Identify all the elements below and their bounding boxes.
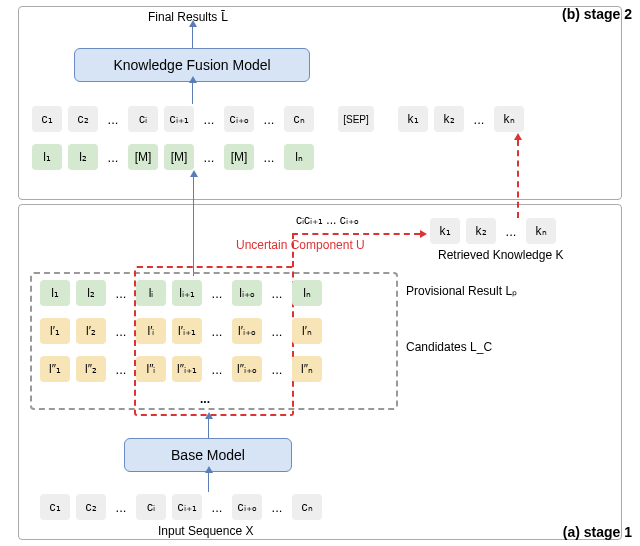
- ellipsis: ...: [200, 112, 218, 127]
- k-token: kₙ: [494, 106, 524, 132]
- red-connector: [292, 233, 294, 267]
- ellipsis: ...: [208, 286, 226, 301]
- arrow-fusion-out: [192, 26, 193, 48]
- provisional-row: l₁ l₂ ... lᵢ lᵢ₊₁ ... lᵢ₊ₒ ... lₙ: [40, 280, 322, 306]
- l-token: l₁: [32, 144, 62, 170]
- final-results-label: Final Results L̄: [148, 10, 228, 24]
- lpp-token: l″₂: [76, 356, 106, 382]
- k-token: kₙ: [526, 218, 556, 244]
- ellipsis: ...: [104, 150, 122, 165]
- lpp-token: l″ᵢ₊ₒ: [232, 356, 262, 382]
- stage1-label: (a) stage 1: [563, 524, 632, 540]
- l-token: lₙ: [284, 144, 314, 170]
- mask-token: [M]: [224, 144, 254, 170]
- l-token: lₙ: [292, 280, 322, 306]
- c-token: cᵢ₊₁: [172, 494, 202, 520]
- ellipsis: ...: [208, 324, 226, 339]
- uncertain-seq: cᵢcᵢ₊₁ ... cᵢ₊ₒ: [296, 213, 359, 227]
- ellipsis: ...: [268, 500, 286, 515]
- l-token: l₂: [76, 280, 106, 306]
- stage2-l-row: l₁ l₂ ... [M] [M] ... [M] ... lₙ: [32, 144, 314, 170]
- l-token: lᵢ₊ₒ: [232, 280, 262, 306]
- c-token: c₂: [76, 494, 106, 520]
- lp-token: l′ᵢ₊₁: [172, 318, 202, 344]
- lp-token: l′₁: [40, 318, 70, 344]
- c-token: c₁: [40, 494, 70, 520]
- mask-token: [M]: [164, 144, 194, 170]
- lp-token: l′ᵢ: [136, 318, 166, 344]
- candidate-row-1: l′₁ l′₂ ... l′ᵢ l′ᵢ₊₁ ... l′ᵢ₊ₒ ... l′ₙ: [40, 318, 322, 344]
- k-token: k₁: [430, 218, 460, 244]
- k-token: k₂: [434, 106, 464, 132]
- lp-token: l′ₙ: [292, 318, 322, 344]
- ellipsis: ...: [268, 286, 286, 301]
- diagram: (b) stage 2 (a) stage 1 Final Results L̄…: [0, 0, 640, 546]
- candidate-ellipsis: ...: [200, 392, 210, 406]
- ellipsis: ...: [268, 324, 286, 339]
- l-token: l₁: [40, 280, 70, 306]
- k-token: k₂: [466, 218, 496, 244]
- c-token: cᵢ₊₁: [164, 106, 194, 132]
- lp-token: l′₂: [76, 318, 106, 344]
- mask-token: [M]: [128, 144, 158, 170]
- c-token: cᵢ₊ₒ: [232, 494, 262, 520]
- ellipsis: ...: [268, 362, 286, 377]
- ellipsis: ...: [112, 286, 130, 301]
- lpp-token: l″ᵢ₊₁: [172, 356, 202, 382]
- c-token: c₁: [32, 106, 62, 132]
- k-token: k₁: [398, 106, 428, 132]
- sep-token: [SEP]: [338, 106, 374, 132]
- input-label: Input Sequence X: [158, 524, 253, 538]
- provisional-label: Provisional Result Lₚ: [406, 284, 517, 298]
- stage2-label: (b) stage 2: [562, 6, 632, 22]
- candidate-row-2: l″₁ l″₂ ... l″ᵢ l″ᵢ₊₁ ... l″ᵢ₊ₒ ... l″ₙ: [40, 356, 322, 382]
- l-token: lᵢ₊₁: [172, 280, 202, 306]
- stage2-c-row: c₁ c₂ ... cᵢ cᵢ₊₁ ... cᵢ₊ₒ ... cₙ [SEP] …: [32, 106, 524, 132]
- candidates-label: Candidates L_C: [406, 340, 492, 354]
- retrieved-label: Retrieved Knowledge K: [438, 248, 563, 262]
- c-token: cₙ: [284, 106, 314, 132]
- c-token: cᵢ: [128, 106, 158, 132]
- ellipsis: ...: [208, 500, 226, 515]
- c-token: cₙ: [292, 494, 322, 520]
- red-arrow-k-up: [517, 140, 519, 218]
- c-token: cᵢ₊ₒ: [224, 106, 254, 132]
- lpp-token: l″ₙ: [292, 356, 322, 382]
- ellipsis: ...: [502, 224, 520, 239]
- lp-token: l′ᵢ₊ₒ: [232, 318, 262, 344]
- c-token: c₂: [68, 106, 98, 132]
- stage2-box: [18, 6, 622, 200]
- ellipsis: ...: [260, 112, 278, 127]
- l-token: l₂: [68, 144, 98, 170]
- arrow-base-out: [208, 418, 209, 438]
- lpp-token: l″ᵢ: [136, 356, 166, 382]
- arrow-fusion-in: [192, 82, 193, 104]
- ellipsis: ...: [112, 362, 130, 377]
- arrow-provisional-up: [193, 176, 194, 276]
- input-row: c₁ c₂ ... cᵢ cᵢ₊₁ ... cᵢ₊ₒ ... cₙ: [40, 494, 322, 520]
- ellipsis: ...: [260, 150, 278, 165]
- ellipsis: ...: [470, 112, 488, 127]
- ellipsis: ...: [104, 112, 122, 127]
- red-arrow-to-k: [292, 233, 420, 235]
- l-token: lᵢ: [136, 280, 166, 306]
- retrieved-k-row: k₁ k₂ ... kₙ: [430, 218, 556, 244]
- ellipsis: ...: [200, 150, 218, 165]
- ellipsis: ...: [208, 362, 226, 377]
- lpp-token: l″₁: [40, 356, 70, 382]
- ellipsis: ...: [112, 500, 130, 515]
- uncertain-label: Uncertain Component U: [236, 238, 365, 252]
- c-token: cᵢ: [136, 494, 166, 520]
- ellipsis: ...: [112, 324, 130, 339]
- arrow-base-in: [208, 472, 209, 492]
